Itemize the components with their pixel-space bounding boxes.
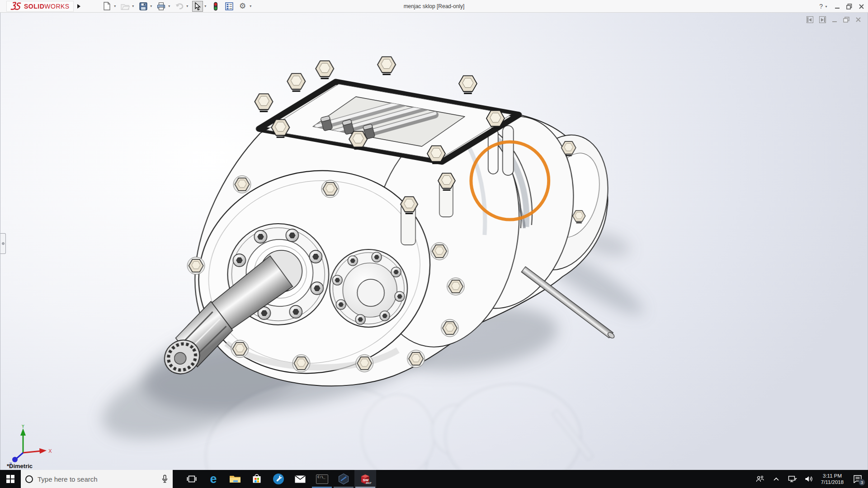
wrench-circle-icon [273, 473, 284, 485]
select-cursor-icon [194, 2, 201, 10]
hexagon-app-icon [338, 473, 349, 485]
triad-x-label: X [48, 448, 52, 454]
close-button[interactable] [859, 4, 864, 9]
minimize-icon [835, 4, 840, 9]
3d-model-canvas[interactable] [0, 13, 868, 470]
taskbar-search[interactable]: Type here to search [21, 470, 173, 488]
undo-dropdown[interactable]: ▾ [185, 4, 189, 8]
windows-taskbar: Type here to search e C:\_ [0, 470, 868, 488]
store-button[interactable] [246, 470, 268, 488]
open-button[interactable] [120, 1, 131, 12]
file-explorer-icon [229, 474, 241, 483]
command-prompt-icon: C:\_ [316, 474, 328, 484]
open-dropdown[interactable]: ▾ [131, 4, 135, 8]
restore-icon [846, 4, 852, 9]
document-window-controls [807, 16, 861, 23]
edge-button[interactable]: e [203, 470, 224, 488]
toolbar-flyout-button[interactable] [75, 1, 83, 11]
task-view-button[interactable] [181, 470, 203, 488]
edge-icon: e [210, 473, 217, 485]
flyout-arrow-icon [77, 4, 80, 9]
new-document-icon [103, 2, 111, 10]
undo-button[interactable] [174, 1, 185, 12]
minimize-button[interactable] [835, 4, 840, 9]
file-explorer-button[interactable] [224, 470, 246, 488]
speaker-icon [805, 475, 813, 483]
windows-logo-icon [6, 475, 14, 483]
clock-time: 3:11 PM [818, 473, 846, 479]
taskbar-clock[interactable]: 3:11 PM 7/11/2018 [818, 473, 846, 485]
select-tool-button[interactable] [192, 1, 203, 12]
quick-access-toolbar: ▾ ▾ ▾ ▾ ▾ ▾ [101, 1, 254, 12]
network-button[interactable] [786, 470, 799, 488]
cmd-running-indicator [312, 487, 332, 488]
orientation-triad: Y X Z [3, 425, 57, 468]
options-button[interactable]: ⚙ [237, 1, 248, 12]
title-bar: SOLIDWORKS ▾ ▾ ▾ ▾ ▾ [0, 0, 868, 13]
open-icon [121, 3, 130, 10]
system-tray: 3:11 PM 7/11/2018 3 [753, 470, 868, 488]
notification-badge: 3 [859, 479, 865, 486]
undo-icon [175, 3, 184, 10]
solidworks-wordmark: SOLIDWORKS [24, 3, 70, 10]
network-icon [788, 475, 797, 483]
solidworks-logo-icon [10, 1, 22, 11]
clock-date: 7/11/2018 [818, 479, 846, 485]
gear-icon: ⚙ [239, 2, 246, 10]
action-center-button[interactable]: 3 [849, 470, 866, 488]
list-form-icon [225, 2, 233, 10]
close-icon [859, 4, 864, 9]
triad-y-label: Y [21, 425, 25, 429]
solidworks-taskbar-button[interactable]: SW 2017 [354, 470, 376, 488]
doc-restore-button[interactable] [843, 17, 849, 23]
solidworks-logo[interactable]: SOLIDWORKS [6, 1, 74, 12]
new-document-dropdown[interactable]: ▾ [113, 4, 117, 8]
select-tool-dropdown[interactable]: ▾ [203, 4, 208, 8]
save-button[interactable] [138, 1, 149, 12]
mail-button[interactable] [289, 470, 311, 488]
doc-minimize-button[interactable] [832, 17, 837, 23]
feature-panel-collapse-tab[interactable] [0, 233, 6, 254]
print-button[interactable] [156, 1, 167, 12]
print-dropdown[interactable]: ▾ [167, 4, 171, 8]
start-button[interactable] [0, 470, 21, 488]
people-icon [755, 475, 764, 483]
settings-tool-button[interactable] [268, 470, 289, 488]
graphics-viewport[interactable]: Y X Z *Dimetric [0, 13, 868, 470]
svg-text:2017: 2017 [366, 482, 371, 484]
view-orientation-label: *Dimetric [7, 463, 33, 469]
save-dropdown[interactable]: ▾ [149, 4, 153, 8]
command-prompt-button[interactable]: C:\_ [311, 470, 333, 488]
model-secondary-flange [330, 249, 407, 327]
store-icon [252, 474, 262, 484]
restore-button[interactable] [846, 4, 852, 9]
task-view-icon [187, 475, 197, 483]
mail-icon [295, 475, 306, 483]
solidworks-2017-icon: SW 2017 [359, 473, 372, 485]
tray-overflow-button[interactable] [769, 470, 783, 488]
print-icon [157, 2, 165, 10]
window-controls: ?▾ [819, 0, 864, 13]
options-dropdown[interactable]: ▾ [249, 4, 253, 8]
model-reflection [206, 382, 593, 470]
hexagon-running-indicator [334, 487, 354, 488]
cortana-circle-icon [25, 475, 33, 483]
new-document-button[interactable] [102, 1, 113, 12]
microphone-icon[interactable] [161, 474, 168, 483]
pane-right-button[interactable] [819, 16, 826, 23]
pane-left-button[interactable] [807, 16, 813, 23]
taskbar-apps: e C:\_ SW 2017 [181, 470, 376, 488]
doc-close-button[interactable] [855, 17, 861, 23]
search-placeholder-text: Type here to search [38, 475, 157, 483]
help-dropdown[interactable]: ▾ [824, 5, 828, 9]
sw-running-indicator [355, 487, 375, 488]
help-button[interactable]: ?▾ [819, 3, 828, 10]
chevron-up-icon [773, 477, 779, 481]
interference-check-button[interactable] [210, 1, 221, 12]
people-button[interactable] [753, 470, 767, 488]
save-icon [139, 2, 147, 10]
evaluate-list-button[interactable] [224, 1, 235, 12]
traffic-light-icon [213, 2, 218, 11]
dev-hexagon-button[interactable] [333, 470, 354, 488]
volume-button[interactable] [802, 470, 816, 488]
